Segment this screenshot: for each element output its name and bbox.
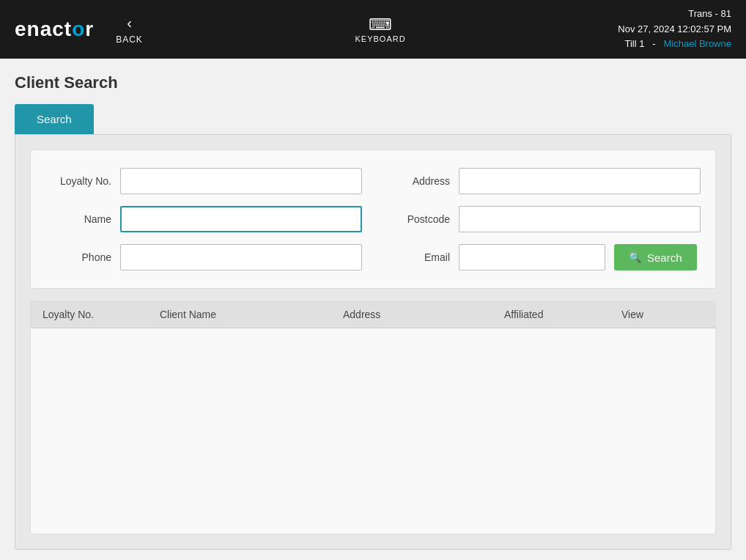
address-row: Address xyxy=(384,168,701,194)
email-input[interactable] xyxy=(459,244,605,270)
user-info: Michael Browne xyxy=(663,38,731,49)
back-button[interactable]: ‹ BACK xyxy=(116,15,143,45)
phone-row: Phone xyxy=(45,244,362,270)
col-loyalty-no: Loyalty No. xyxy=(43,309,160,320)
search-icon: 🔍 xyxy=(629,251,641,263)
results-header: Loyalty No. Client Name Address Affiliat… xyxy=(31,301,715,328)
app-header: enactor ‹ BACK ⌨ KEYBOARD Trans - 81 Nov… xyxy=(0,0,746,59)
address-label: Address xyxy=(384,175,450,187)
keyboard-label: KEYBOARD xyxy=(355,34,406,43)
keyboard-button[interactable]: ⌨ KEYBOARD xyxy=(355,15,406,43)
col-address: Address xyxy=(343,309,504,320)
results-panel: Loyalty No. Client Name Address Affiliat… xyxy=(30,301,716,534)
logo: enactor xyxy=(15,18,94,41)
back-label: BACK xyxy=(116,34,143,45)
postcode-row: Postcode xyxy=(384,206,701,232)
email-label: Email xyxy=(384,251,450,263)
till-user-info: Till 1 - Michael Browne xyxy=(618,37,731,52)
col-view: View xyxy=(621,309,695,320)
main-content: Client Search Search Loyalty No. Name xyxy=(0,59,746,560)
back-chevron-icon: ‹ xyxy=(127,15,132,32)
tab-bar: Search xyxy=(15,104,731,134)
trans-info: Trans - 81 xyxy=(618,7,731,22)
search-button[interactable]: 🔍 Search xyxy=(614,244,697,270)
loyalty-label: Loyalty No. xyxy=(45,175,111,187)
col-client-name: Client Name xyxy=(160,309,343,320)
date-info: Nov 27, 2024 12:02:57 PM xyxy=(618,22,731,37)
header-info: Trans - 81 Nov 27, 2024 12:02:57 PM Till… xyxy=(618,7,731,52)
header-left: enactor ‹ BACK xyxy=(15,15,143,45)
form-grid: Loyalty No. Name Phone Address xyxy=(45,168,701,270)
logo-text: enactor xyxy=(15,18,94,41)
email-row: Email 🔍 Search xyxy=(384,244,701,270)
search-form-panel: Loyalty No. Name Phone Address xyxy=(30,150,716,289)
right-col: Address Postcode Email 🔍 Search xyxy=(384,168,701,270)
till-info: Till 1 xyxy=(625,38,645,49)
loyalty-row: Loyalty No. xyxy=(45,168,362,194)
name-label: Name xyxy=(45,213,111,225)
postcode-input[interactable] xyxy=(459,206,701,232)
phone-input[interactable] xyxy=(120,244,362,270)
left-col: Loyalty No. Name Phone xyxy=(45,168,362,270)
col-affiliated: Affiliated xyxy=(504,309,621,320)
keyboard-icon: ⌨ xyxy=(369,15,392,34)
page-title: Client Search xyxy=(15,73,731,92)
name-row: Name xyxy=(45,206,362,232)
loyalty-input[interactable] xyxy=(120,168,362,194)
address-input[interactable] xyxy=(459,168,701,194)
search-container: Loyalty No. Name Phone Address xyxy=(15,134,731,550)
header-center: ⌨ KEYBOARD xyxy=(355,15,406,43)
phone-label: Phone xyxy=(45,251,111,263)
logo-o: o xyxy=(72,18,85,40)
name-input[interactable] xyxy=(120,206,362,232)
search-tab[interactable]: Search xyxy=(15,104,94,134)
results-body xyxy=(31,328,715,534)
search-button-label: Search xyxy=(647,251,682,264)
postcode-label: Postcode xyxy=(384,213,450,225)
